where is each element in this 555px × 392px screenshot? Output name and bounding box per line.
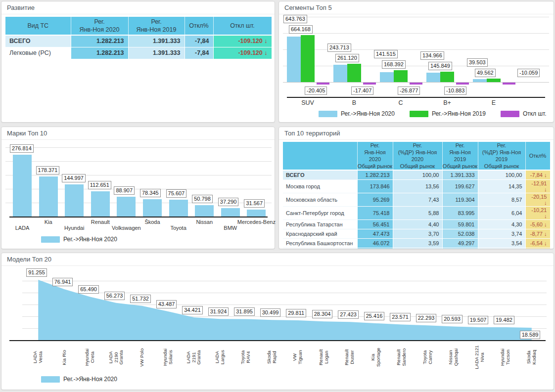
table-row[interactable]: Свердловская область42.4763,3143.3263,11… bbox=[283, 248, 550, 249]
table-row[interactable]: Московская область95.2697,43119.3048,57-… bbox=[283, 193, 550, 206]
axis-label-Volkswagen: Volkswagen bbox=[101, 225, 151, 231]
down-arrow-icon: ↓ bbox=[544, 200, 547, 206]
cell-reg-2020: 1.282.213 bbox=[71, 47, 128, 59]
bar-2020-E[interactable] bbox=[473, 79, 487, 82]
column-header: Рег. (%ДР) Янв-Ноя 2019 Общий рынок bbox=[478, 142, 525, 170]
legend-item[interactable]: Рег.->Янв-Ноя 2020 bbox=[319, 110, 395, 117]
down-arrow-icon: ↓ bbox=[543, 231, 547, 237]
bar-2020-Nissan[interactable] bbox=[195, 205, 214, 217]
bar-2019-C[interactable] bbox=[394, 70, 408, 82]
cell-dev-pct: -5,60 ↓ bbox=[525, 219, 550, 229]
segments-legend: Рег.->Янв-Ноя 2020Рег.->Янв-Ноя 2019Откл… bbox=[283, 110, 550, 117]
cell-reg-2019: 52.038 bbox=[442, 229, 478, 238]
bar-2020-Mercedes-Benz[interactable] bbox=[247, 210, 266, 217]
cell-dev-pct: -20,15 ↓ bbox=[525, 193, 550, 206]
bar-2020-LADA[interactable] bbox=[13, 155, 32, 217]
value-label: 34.421 bbox=[182, 306, 203, 314]
legend-item[interactable]: Рег.->Янв-Ноя 2020 bbox=[41, 236, 117, 243]
cell-share-2020: 3,31 bbox=[393, 248, 442, 249]
cell-reg-2020: 47.473 bbox=[357, 229, 393, 238]
axis-label-Hyundai-Tucson: Hyundai Tucson bbox=[501, 343, 511, 372]
axis-label-VW-Tiguan: VW Tiguan bbox=[293, 343, 303, 372]
area-series-2020[interactable] bbox=[38, 280, 532, 340]
legend-item[interactable]: Рег.->Янв-Ноя 2020 bbox=[41, 376, 117, 383]
cell-reg-2019: 49.297 bbox=[442, 238, 478, 248]
panel-body-models: 91.255LADA Vesta76.941Kia Rio65.490Hyund… bbox=[1, 266, 554, 390]
cell-dev-pct: -7,84 bbox=[185, 35, 213, 47]
cell-territory-name: Москва город bbox=[283, 179, 357, 193]
models-chart: 91.255LADA Vesta76.941Kia Rio65.490Hyund… bbox=[5, 268, 550, 373]
bar-2020-Toyota[interactable] bbox=[169, 200, 188, 217]
cell-dev-pct: -6,54 ↓ bbox=[525, 238, 550, 248]
bar-2020-Škoda[interactable] bbox=[143, 199, 162, 217]
axis-label-SUV: SUV bbox=[288, 99, 327, 106]
table-row[interactable]: ВСЕГО1.282.213100,001.391.333100,00-7,84… bbox=[283, 170, 550, 179]
bar-2020-C[interactable] bbox=[380, 72, 394, 82]
value-label: 27.423 bbox=[338, 310, 359, 319]
panel-title-marki: Марки Топ 10 bbox=[1, 127, 275, 140]
value-label: 261.120 bbox=[335, 54, 359, 62]
value-label: 65.490 bbox=[78, 285, 99, 294]
legend-item[interactable]: Рег.->Янв-Ноя 2019 bbox=[410, 110, 486, 117]
dev-pct-value: -8,77 bbox=[530, 231, 543, 237]
value-label: 134.966 bbox=[420, 51, 444, 60]
axis-label-Kia-Rio: Kia Rio bbox=[61, 343, 67, 372]
value-label: 75.607 bbox=[166, 189, 187, 198]
cell-reg-2019: 83.995 bbox=[442, 206, 478, 219]
bar-2020-BMW[interactable] bbox=[221, 208, 240, 217]
legend-item[interactable]: Откл шт. bbox=[501, 110, 547, 117]
bar-dev-C[interactable] bbox=[410, 83, 422, 85]
x-axis-line bbox=[9, 340, 546, 341]
bar-2020-Volkswagen[interactable] bbox=[117, 197, 136, 217]
bar-2019-B[interactable] bbox=[347, 64, 361, 82]
legend-swatch bbox=[501, 111, 519, 117]
axis-label-Hyundai-Creta: Hyundai Creta bbox=[85, 343, 95, 372]
table-row[interactable]: Москва город173.84613,56199.62714,35-12,… bbox=[283, 179, 550, 193]
axis-label-Toyota: Toyota bbox=[154, 225, 203, 231]
bar-2020-Renault[interactable] bbox=[91, 191, 110, 217]
table-row[interactable]: ВСЕГО1.282.2131.391.333-7,84-109.120 ↓ bbox=[5, 35, 272, 47]
bar-2020-B[interactable] bbox=[333, 65, 347, 82]
table-row[interactable]: Республика Татарстан56.4514,4059.8014,30… bbox=[283, 219, 550, 229]
panel-title-razvitie: Развитие bbox=[1, 1, 275, 14]
bar-dev-E[interactable] bbox=[503, 83, 515, 85]
bar-dev-SUV[interactable] bbox=[317, 83, 329, 85]
axis-label-Renault: Renault bbox=[76, 219, 125, 225]
table-row[interactable]: Санкт-Петербург город75.4185,8883.9956,0… bbox=[283, 206, 550, 219]
cell-reg-2019: 199.627 bbox=[442, 179, 478, 193]
cell-vehicle-type: ВСЕГО bbox=[5, 35, 71, 47]
bar-2020-Kia[interactable] bbox=[39, 176, 58, 217]
razvitie-table: Вид ТСРег. Янв-Ноя 2020Рег. Янв-Ноя 2019… bbox=[5, 17, 271, 59]
value-label: 78.345 bbox=[140, 189, 161, 197]
value-label: 31.924 bbox=[208, 307, 229, 316]
cell-reg-2019: 59.801 bbox=[442, 219, 478, 229]
bar-2019-E[interactable] bbox=[487, 79, 501, 82]
gridline bbox=[5, 161, 272, 162]
bar-2020-SUV[interactable] bbox=[287, 37, 301, 82]
table-row[interactable]: Краснодарский край47.4733,7052.0383,74-8… bbox=[283, 229, 550, 238]
panel-segments: Сегменты Топ 5 643.763664.168-20.405SUV2… bbox=[278, 1, 554, 123]
bar-2020-B+[interactable] bbox=[426, 73, 440, 82]
bar-2019-SUV[interactable] bbox=[301, 35, 315, 82]
cell-share-2019: 3,74 bbox=[478, 229, 525, 238]
value-label: 37.290 bbox=[218, 198, 239, 206]
table-row[interactable]: Республика Башкортостан46.0723,5949.2973… bbox=[283, 238, 550, 248]
column-header: Рег. Янв-Ноя 2019 Общий рынок bbox=[442, 142, 478, 170]
table-row[interactable]: Легковые (PC)1.282.2131.391.333-7,84-109… bbox=[5, 47, 272, 59]
bar-2019-B+[interactable] bbox=[440, 72, 454, 82]
value-label: 20.593 bbox=[442, 315, 462, 323]
cell-reg-2020: 56.451 bbox=[357, 219, 393, 229]
bar-dev-B+[interactable] bbox=[456, 83, 469, 85]
value-label: 168.392 bbox=[382, 60, 406, 69]
bar-dev-B[interactable] bbox=[363, 83, 376, 85]
panel-razvitie: Развитие Вид ТСРег. Янв-Ноя 2020Рег. Янв… bbox=[1, 1, 275, 123]
cell-share-2020: 3,70 bbox=[393, 229, 442, 238]
axis-label-holder: Skoda Kodiaq bbox=[516, 343, 547, 372]
bar-2020-Hyundai[interactable] bbox=[65, 184, 84, 217]
area-plot bbox=[5, 268, 550, 341]
axis-label-Renault-Sandero: Renault Sandero bbox=[397, 343, 407, 372]
value-label: 243.713 bbox=[327, 44, 351, 52]
panel-models: Модели Топ 20 91.255LADA Vesta76.941Kia … bbox=[1, 253, 554, 390]
cell-share-2019: 6,04 bbox=[478, 206, 525, 219]
cell-territory-name: Санкт-Петербург город bbox=[283, 206, 357, 219]
